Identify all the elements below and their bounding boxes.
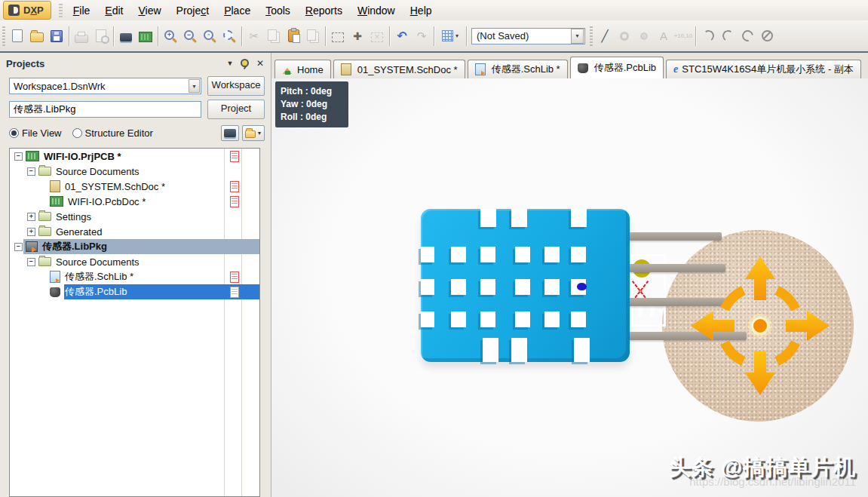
menu-item-place[interactable]: Place xyxy=(216,2,258,20)
tree-row-01_system.schdoc-[interactable]: 01_SYSTEM.SchDoc * xyxy=(10,179,259,194)
board-icon xyxy=(139,32,152,42)
tab-01_system.schdoc-[interactable]: 01_SYSTEM.SchDoc * xyxy=(333,60,465,78)
zoom-document-button[interactable] xyxy=(201,27,219,45)
tab-传感器.schlib-[interactable]: 传感器.SchLib * xyxy=(468,60,568,78)
yaw-readout: Yaw : 0deg xyxy=(281,98,348,111)
expander-minus-icon[interactable]: − xyxy=(14,243,23,251)
page-magnifier-icon xyxy=(96,29,106,42)
page-icon xyxy=(12,29,23,42)
print-preview-button[interactable] xyxy=(92,27,110,45)
pcblib-icon xyxy=(50,287,60,297)
ring-arc xyxy=(777,342,796,361)
place-string-button[interactable]: A xyxy=(655,27,673,45)
radio-file-view[interactable]: File View xyxy=(9,127,72,139)
select-region-button[interactable] xyxy=(329,27,347,45)
menu-items: FileEditViewProjectPlaceToolsReportsWind… xyxy=(66,2,440,20)
3d-move-crosshair[interactable] xyxy=(685,250,836,401)
radio-circle[interactable] xyxy=(9,128,19,138)
pcblib-3d-viewport[interactable]: Pitch : 0deg Yaw : 0deg Roll : 0deg xyxy=(271,78,868,497)
tree-row-settings[interactable]: +Settings xyxy=(10,209,259,224)
toolbar-separator xyxy=(466,26,467,46)
layer-combo[interactable]: (Not Saved)▼ xyxy=(471,28,585,44)
open-project-document-button[interactable]: ▼ xyxy=(242,125,265,141)
tab-stc15w4k16s4单片机最小系统---副本[interactable]: eSTC15W4K16S4单片机最小系统 - 副本 xyxy=(666,60,861,78)
project-name-input[interactable] xyxy=(10,104,201,115)
radio-label: Structure Editor xyxy=(85,127,153,139)
tree-row-generated[interactable]: +Generated xyxy=(10,224,259,239)
tab-home[interactable]: Home xyxy=(275,60,331,78)
clear-selection-button[interactable]: ✕ xyxy=(368,27,386,45)
zoom-area-button[interactable] xyxy=(220,27,238,45)
redo-button[interactable]: ↷ xyxy=(413,27,431,45)
place-via-button[interactable] xyxy=(635,27,653,45)
paste-array-button[interactable] xyxy=(304,27,322,45)
view-3d-button[interactable] xyxy=(117,27,135,45)
zoom-in-button[interactable] xyxy=(161,27,179,45)
place-pad-button[interactable] xyxy=(615,27,633,45)
dxp-menu-button[interactable]: DXP xyxy=(3,1,51,20)
radio-structure-editor[interactable]: Structure Editor xyxy=(72,127,164,139)
place-line-button[interactable]: ╱ xyxy=(596,27,614,45)
paste-button[interactable] xyxy=(284,27,302,45)
undo-button[interactable]: ↶ xyxy=(393,27,411,45)
home-icon xyxy=(282,64,293,75)
sensor-vent-hole xyxy=(511,209,527,227)
open-document-button[interactable] xyxy=(28,27,46,45)
menu-item-project[interactable]: Project xyxy=(169,2,217,20)
workspace-button[interactable]: Workspace xyxy=(207,76,265,96)
tree-row-source-documents[interactable]: −Source Documents xyxy=(10,254,259,269)
grid-dropdown-arrow-icon[interactable]: ▾ xyxy=(455,32,459,39)
menu-item-view[interactable]: View xyxy=(130,2,168,20)
place-arc-any-angle-button[interactable] xyxy=(738,27,756,45)
menu-item-file[interactable]: File xyxy=(66,2,98,20)
pcblib-icon xyxy=(578,63,588,73)
watermark: 头条 @搞搞单片机 https://blog.csdn.net/libingli… xyxy=(669,453,856,488)
project-button[interactable]: Project xyxy=(207,100,265,119)
place-arc-edge-button[interactable] xyxy=(699,27,717,45)
tree-row-wifi-io.pcbdoc-[interactable]: WIFI-IO.PcbDoc * xyxy=(10,194,259,209)
tree-item-label: 01_SYSTEM.SchDoc * xyxy=(63,181,167,192)
tree-row-传感器.schlib-[interactable]: 传感器.SchLib * xyxy=(10,269,259,284)
copy-button[interactable] xyxy=(265,27,283,45)
vault-explorer-button[interactable] xyxy=(221,125,239,141)
workspace-select-arrow-icon[interactable]: ▼ xyxy=(189,79,200,93)
workspace-select[interactable]: Workspace1.DsnWrk ▼ xyxy=(9,78,201,94)
menu-item-tools[interactable]: Tools xyxy=(258,2,298,20)
menu-item-window[interactable]: Window xyxy=(350,2,403,20)
tree-row-传感器.libpkg[interactable]: −传感器.LibPkg xyxy=(10,239,259,254)
tree-row-wifi-io.prjpcb-[interactable]: −WIFI-IO.PrjPCB * xyxy=(10,149,259,164)
tree-row-传感器.pcblib[interactable]: 传感器.PcbLib xyxy=(10,284,259,299)
prjpcb-icon xyxy=(26,151,39,161)
place-full-circle-button[interactable] xyxy=(758,27,776,45)
panel-close-icon[interactable]: ✕ xyxy=(254,58,266,69)
menu-item-help[interactable]: Help xyxy=(403,2,440,20)
tab-传感器.pcblib[interactable]: 传感器.PcbLib xyxy=(570,57,664,78)
new-document-button[interactable] xyxy=(8,27,26,45)
menu-item-edit[interactable]: Edit xyxy=(97,2,130,20)
sensor-vent-hole xyxy=(571,209,587,227)
dxp-logo-icon xyxy=(8,5,20,16)
layer-combo-arrow-icon[interactable]: ▼ xyxy=(571,29,584,44)
tab-label: 传感器.PcbLib xyxy=(594,61,656,75)
expander-minus-icon[interactable]: − xyxy=(27,167,35,176)
panel-pin-icon[interactable] xyxy=(239,58,251,69)
place-coordinate-button[interactable]: +10,10 xyxy=(674,27,692,45)
arrow-up xyxy=(745,256,775,300)
browse-board-button[interactable] xyxy=(136,27,155,45)
move-object-button[interactable]: ✚ xyxy=(348,27,367,45)
expander-plus-icon[interactable]: + xyxy=(27,213,35,221)
tree-item-label: WIFI-IO.PrjPCB * xyxy=(41,151,124,162)
tree-row-source-documents[interactable]: −Source Documents xyxy=(10,164,259,179)
menu-item-reports[interactable]: Reports xyxy=(298,2,350,20)
expander-plus-icon[interactable]: + xyxy=(27,228,35,236)
expander-minus-icon[interactable]: − xyxy=(27,258,35,266)
save-document-button[interactable] xyxy=(48,27,66,45)
place-arc-center-button[interactable] xyxy=(719,27,737,45)
radio-circle[interactable] xyxy=(72,128,82,138)
print-button[interactable] xyxy=(72,27,90,45)
cut-button[interactable]: ✂ xyxy=(245,27,263,45)
zoom-out-button[interactable] xyxy=(181,27,199,45)
panel-dropdown-icon[interactable]: ▼ xyxy=(224,58,236,69)
expander-minus-icon[interactable]: − xyxy=(14,152,23,161)
snap-grid-button[interactable]: ▾ xyxy=(437,27,463,45)
